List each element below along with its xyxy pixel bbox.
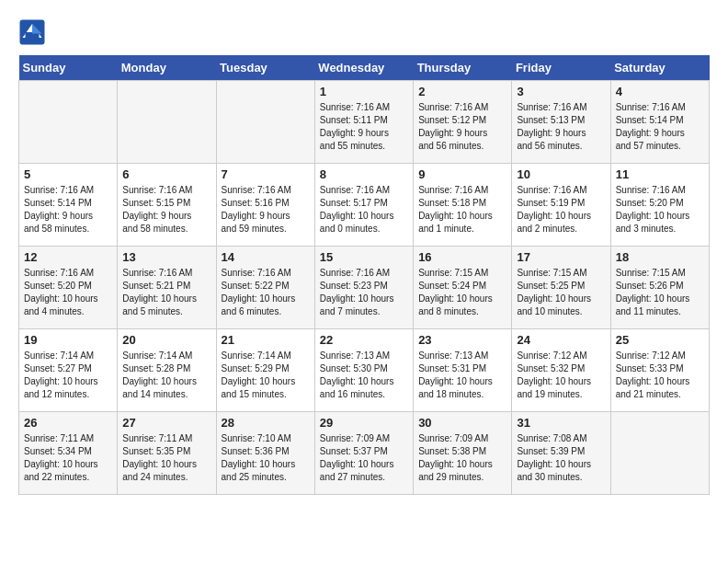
day-info: Sunrise: 7:16 AM Sunset: 5:15 PM Dayligh… [122,184,210,236]
calendar-cell [610,412,709,495]
day-number: 18 [616,250,704,264]
logo [18,18,50,46]
calendar-cell [19,81,118,164]
header-sunday: Sunday [19,55,118,81]
day-info: Sunrise: 7:13 AM Sunset: 5:30 PM Dayligh… [320,350,408,401]
day-info: Sunrise: 7:09 AM Sunset: 5:37 PM Dayligh… [320,432,408,484]
calendar-cell: 23Sunrise: 7:13 AM Sunset: 5:31 PM Dayli… [414,329,512,412]
day-number: 19 [24,333,112,347]
day-number: 28 [222,416,310,430]
day-info: Sunrise: 7:11 AM Sunset: 5:35 PM Dayligh… [122,432,210,484]
header-saturday: Saturday [610,55,709,81]
calendar-cell: 5Sunrise: 7:16 AM Sunset: 5:14 PM Daylig… [19,164,118,247]
calendar-cell: 30Sunrise: 7:09 AM Sunset: 5:38 PM Dayli… [414,412,512,495]
header-wednesday: Wednesday [314,55,413,81]
day-number: 13 [122,250,210,264]
day-info: Sunrise: 7:14 AM Sunset: 5:29 PM Dayligh… [222,350,310,401]
calendar-cell: 3Sunrise: 7:16 AM Sunset: 5:13 PM Daylig… [512,81,610,164]
calendar-week-row: 12Sunrise: 7:16 AM Sunset: 5:20 PM Dayli… [19,247,710,329]
day-info: Sunrise: 7:12 AM Sunset: 5:32 PM Dayligh… [517,350,605,401]
calendar-week-row: 26Sunrise: 7:11 AM Sunset: 5:34 PM Dayli… [19,412,710,495]
day-info: Sunrise: 7:16 AM Sunset: 5:14 PM Dayligh… [24,184,112,236]
calendar-week-row: 1Sunrise: 7:16 AM Sunset: 5:11 PM Daylig… [19,81,710,164]
calendar-cell: 11Sunrise: 7:16 AM Sunset: 5:20 PM Dayli… [610,164,709,247]
day-info: Sunrise: 7:14 AM Sunset: 5:27 PM Dayligh… [24,350,112,401]
day-number: 2 [418,85,506,98]
day-info: Sunrise: 7:14 AM Sunset: 5:28 PM Dayligh… [122,350,210,401]
day-number: 8 [320,167,408,181]
calendar-cell: 8Sunrise: 7:16 AM Sunset: 5:17 PM Daylig… [314,164,413,247]
calendar-table: SundayMondayTuesdayWednesdayThursdayFrid… [18,55,710,495]
day-info: Sunrise: 7:12 AM Sunset: 5:33 PM Dayligh… [616,350,704,401]
header-tuesday: Tuesday [216,55,314,81]
calendar-cell: 12Sunrise: 7:16 AM Sunset: 5:20 PM Dayli… [19,247,118,329]
day-number: 26 [24,416,112,430]
day-info: Sunrise: 7:10 AM Sunset: 5:36 PM Dayligh… [222,432,310,484]
day-number: 5 [24,167,112,181]
day-number: 27 [122,416,210,430]
calendar-cell [118,81,216,164]
day-number: 31 [517,416,605,430]
calendar-cell: 18Sunrise: 7:15 AM Sunset: 5:26 PM Dayli… [610,247,709,329]
calendar-cell: 15Sunrise: 7:16 AM Sunset: 5:23 PM Dayli… [314,247,413,329]
day-info: Sunrise: 7:16 AM Sunset: 5:21 PM Dayligh… [122,267,210,318]
day-number: 21 [222,333,310,347]
calendar-cell: 9Sunrise: 7:16 AM Sunset: 5:18 PM Daylig… [414,164,512,247]
day-number: 6 [122,167,210,181]
logo-icon [18,18,46,46]
day-info: Sunrise: 7:16 AM Sunset: 5:22 PM Dayligh… [222,267,310,318]
day-number: 15 [320,250,408,264]
calendar-cell: 19Sunrise: 7:14 AM Sunset: 5:27 PM Dayli… [19,329,118,412]
calendar-cell: 4Sunrise: 7:16 AM Sunset: 5:14 PM Daylig… [610,81,709,164]
day-number: 20 [122,333,210,347]
day-number: 3 [517,85,605,98]
calendar-cell: 16Sunrise: 7:15 AM Sunset: 5:24 PM Dayli… [414,247,512,329]
day-info: Sunrise: 7:09 AM Sunset: 5:38 PM Dayligh… [418,432,506,484]
day-info: Sunrise: 7:16 AM Sunset: 5:16 PM Dayligh… [222,184,310,236]
calendar-cell [216,81,314,164]
calendar-cell: 17Sunrise: 7:15 AM Sunset: 5:25 PM Dayli… [512,247,610,329]
day-info: Sunrise: 7:15 AM Sunset: 5:25 PM Dayligh… [517,267,605,318]
calendar-cell: 29Sunrise: 7:09 AM Sunset: 5:37 PM Dayli… [314,412,413,495]
calendar-cell: 13Sunrise: 7:16 AM Sunset: 5:21 PM Dayli… [118,247,216,329]
day-info: Sunrise: 7:16 AM Sunset: 5:19 PM Dayligh… [517,184,605,236]
day-number: 23 [418,333,506,347]
calendar-cell: 25Sunrise: 7:12 AM Sunset: 5:33 PM Dayli… [610,329,709,412]
calendar-cell: 31Sunrise: 7:08 AM Sunset: 5:39 PM Dayli… [512,412,610,495]
day-number: 29 [320,416,408,430]
day-number: 9 [418,167,506,181]
day-info: Sunrise: 7:16 AM Sunset: 5:11 PM Dayligh… [320,101,408,153]
calendar-cell: 26Sunrise: 7:11 AM Sunset: 5:34 PM Dayli… [19,412,118,495]
day-info: Sunrise: 7:08 AM Sunset: 5:39 PM Dayligh… [517,432,605,484]
day-info: Sunrise: 7:16 AM Sunset: 5:20 PM Dayligh… [616,184,704,236]
day-number: 7 [222,167,310,181]
day-number: 22 [320,333,408,347]
day-number: 17 [517,250,605,264]
header-friday: Friday [512,55,610,81]
day-number: 25 [616,333,704,347]
calendar-cell: 10Sunrise: 7:16 AM Sunset: 5:19 PM Dayli… [512,164,610,247]
day-info: Sunrise: 7:16 AM Sunset: 5:23 PM Dayligh… [320,267,408,318]
page-header [18,18,710,46]
calendar-header-row: SundayMondayTuesdayWednesdayThursdayFrid… [19,55,710,81]
calendar-cell: 14Sunrise: 7:16 AM Sunset: 5:22 PM Dayli… [216,247,314,329]
calendar-cell: 6Sunrise: 7:16 AM Sunset: 5:15 PM Daylig… [118,164,216,247]
header-thursday: Thursday [414,55,512,81]
day-info: Sunrise: 7:11 AM Sunset: 5:34 PM Dayligh… [24,432,112,484]
calendar-cell: 1Sunrise: 7:16 AM Sunset: 5:11 PM Daylig… [314,81,413,164]
day-number: 1 [320,85,408,98]
day-number: 12 [24,250,112,264]
calendar-cell: 22Sunrise: 7:13 AM Sunset: 5:30 PM Dayli… [314,329,413,412]
calendar-week-row: 5Sunrise: 7:16 AM Sunset: 5:14 PM Daylig… [19,164,710,247]
day-number: 14 [222,250,310,264]
day-info: Sunrise: 7:16 AM Sunset: 5:18 PM Dayligh… [418,184,506,236]
day-info: Sunrise: 7:15 AM Sunset: 5:26 PM Dayligh… [616,267,704,318]
day-info: Sunrise: 7:16 AM Sunset: 5:17 PM Dayligh… [320,184,408,236]
day-info: Sunrise: 7:16 AM Sunset: 5:13 PM Dayligh… [517,101,605,153]
day-number: 24 [517,333,605,347]
day-number: 4 [616,85,704,98]
calendar-cell: 28Sunrise: 7:10 AM Sunset: 5:36 PM Dayli… [216,412,314,495]
day-info: Sunrise: 7:15 AM Sunset: 5:24 PM Dayligh… [418,267,506,318]
calendar-cell: 20Sunrise: 7:14 AM Sunset: 5:28 PM Dayli… [118,329,216,412]
calendar-cell: 7Sunrise: 7:16 AM Sunset: 5:16 PM Daylig… [216,164,314,247]
